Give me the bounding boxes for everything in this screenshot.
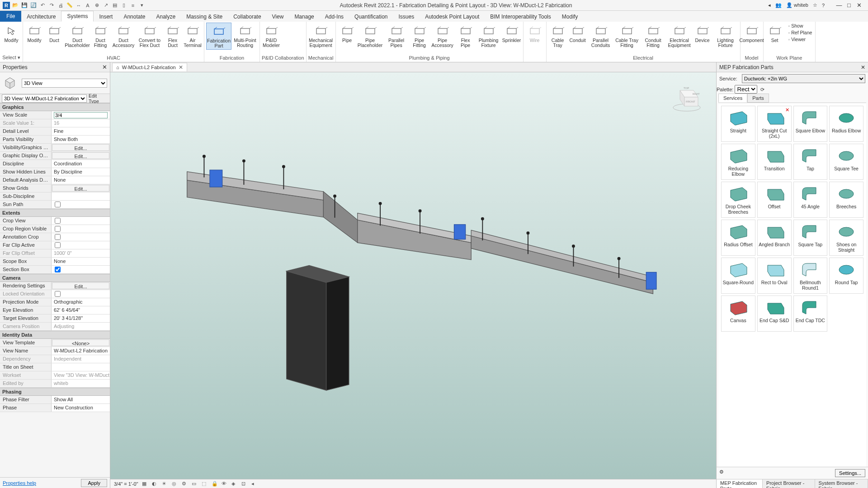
mep-config-icon[interactable]: ⚙: [719, 469, 724, 477]
tab-architecture[interactable]: Architecture: [21, 12, 61, 22]
dim-icon[interactable]: ⊕: [93, 2, 100, 9]
prop-value[interactable]: 62' 6 45/64": [52, 306, 110, 314]
viewer-button[interactable]: ▫ Viewer: [787, 36, 814, 42]
vc-shadows-icon[interactable]: ◎: [172, 481, 178, 487]
prop-checkbox[interactable]: [55, 218, 61, 224]
print-icon[interactable]: 🖨: [57, 2, 64, 9]
prop-value[interactable]: [52, 266, 110, 273]
part-angled-branch[interactable]: Angled Branch: [757, 220, 792, 256]
open-icon[interactable]: 📂: [12, 2, 19, 9]
prop-value[interactable]: Fine: [52, 127, 110, 135]
vc-render-icon[interactable]: ⚙: [182, 481, 188, 487]
mep-settings-button[interactable]: Settings...: [835, 469, 865, 477]
vc-temp-hide-icon[interactable]: 👁: [222, 481, 228, 487]
part-drop-cheek[interactable]: Drop Cheek Breeches: [721, 182, 755, 218]
prop-value[interactable]: None: [52, 258, 110, 265]
default3d-icon[interactable]: ▤: [111, 2, 118, 9]
prop-value[interactable]: [52, 241, 110, 249]
part-transition[interactable]: Transition: [757, 144, 792, 180]
part-straight-cut[interactable]: ✕Straight Cut (2xL): [757, 106, 792, 142]
part-end-cap-sd[interactable]: End Cap S&D: [757, 296, 792, 332]
maximize-button[interactable]: □: [844, 2, 854, 9]
bottom-tab-mep[interactable]: MEP Fabrication Parts: [717, 479, 763, 488]
part-canvas[interactable]: Canvas: [721, 296, 755, 332]
pipe-fitting-button[interactable]: PipeFitting: [410, 23, 429, 49]
conduit-fitting-button[interactable]: ConduitFitting: [641, 23, 666, 49]
vc-lock-icon[interactable]: 🔒: [212, 481, 218, 487]
prop-value[interactable]: [52, 217, 110, 225]
prop-value[interactable]: [52, 290, 110, 298]
vc-visual-style-icon[interactable]: ◐: [152, 481, 158, 487]
view-instance-select[interactable]: 3D View: W-MDuct-L2 Fabrication: [2, 94, 87, 103]
help-icon[interactable]: ?: [822, 3, 825, 8]
tab-bim-tools[interactable]: BIM Interoperability Tools: [485, 12, 557, 22]
tab-systems[interactable]: Systems: [61, 11, 94, 22]
part-rect-to-oval[interactable]: Rect to Oval: [757, 258, 792, 294]
part-round-tap[interactable]: Round Tap: [829, 258, 863, 294]
part-shoes-on-straight[interactable]: Shoes on Straight: [829, 220, 863, 256]
part-radius-elbow[interactable]: Radius Elbow: [829, 106, 863, 142]
undo-icon[interactable]: ↶: [39, 2, 46, 9]
duct-fitting-button[interactable]: DuctFitting: [91, 23, 110, 49]
pipe-button[interactable]: Pipe: [338, 23, 357, 44]
prop-value[interactable]: Show All: [52, 396, 110, 404]
bottom-tab-system-browser[interactable]: System Browser - Fabric...: [815, 479, 868, 488]
prop-value[interactable]: New Construction: [52, 404, 110, 412]
prop-checkbox[interactable]: [55, 234, 61, 240]
prop-value[interactable]: [52, 363, 110, 371]
parallel-pipes-button[interactable]: ParallelPipes: [384, 23, 409, 49]
part-radius-offset[interactable]: Radius Offset: [721, 220, 755, 256]
cable-tray-button[interactable]: CableTray: [548, 23, 567, 49]
close-button[interactable]: ✕: [854, 2, 863, 9]
sprinkler-button[interactable]: Sprinkler: [502, 23, 521, 44]
thin-lines-icon[interactable]: ≡: [129, 2, 137, 9]
duct-accessory-button[interactable]: DuctAccessory: [111, 23, 136, 49]
part-tap[interactable]: Tap: [793, 144, 828, 180]
viewcube[interactable]: TOP FRONT RIGHT: [671, 81, 703, 113]
service-select[interactable]: Ductwork: +2in WG: [742, 74, 865, 83]
fabrication-part-button[interactable]: FabricationPart: [206, 23, 231, 50]
palette-select[interactable]: Rect: [735, 85, 757, 94]
minimize-button[interactable]: —: [835, 2, 844, 9]
tab-view[interactable]: View: [267, 12, 289, 22]
tab-point-layout[interactable]: Autodesk Point Layout: [420, 12, 485, 22]
close-inactive-icon[interactable]: ▾: [138, 2, 146, 9]
prop-input[interactable]: [54, 112, 108, 118]
tab-file[interactable]: File: [0, 11, 21, 22]
vc-detail-icon[interactable]: ▦: [142, 481, 148, 487]
multi-point-routing-button[interactable]: Multi-PointRouting: [232, 23, 258, 49]
mep-tab-services[interactable]: Services: [718, 94, 747, 103]
section-icon[interactable]: ▯: [120, 2, 127, 9]
part-reducing-elbow[interactable]: Reducing Elbow: [721, 144, 755, 180]
prop-value[interactable]: 1000' 0": [52, 249, 110, 257]
part-square-tap[interactable]: Square Tap: [793, 220, 828, 256]
properties-close-icon[interactable]: ✕: [102, 64, 107, 70]
show-button[interactable]: ▫ Show: [787, 23, 814, 29]
prop-value[interactable]: Edit...: [52, 152, 109, 159]
prop-checkbox[interactable]: [55, 202, 61, 207]
prop-value[interactable]: By Discipline: [52, 168, 110, 176]
view-tab[interactable]: ⌂ W-MDuct-L2 Fabrication ✕: [112, 63, 187, 71]
user-name[interactable]: 👤 whiteb: [786, 2, 808, 8]
favorites-icon[interactable]: ☆: [813, 2, 817, 8]
part-square-round[interactable]: Square-Round: [721, 258, 755, 294]
tab-annotate[interactable]: Annotate: [118, 12, 151, 22]
ref-plane-button[interactable]: ▫ Ref Plane: [787, 29, 814, 36]
sync-icon[interactable]: 🔄: [30, 2, 37, 9]
part-bellmouth[interactable]: Bellmouth Round1: [793, 258, 828, 294]
set-button[interactable]: Set: [765, 23, 784, 44]
modify-arrow[interactable]: Modify: [2, 23, 21, 44]
prop-value[interactable]: [52, 233, 110, 241]
save-icon[interactable]: 💾: [21, 2, 28, 9]
prop-checkbox[interactable]: [55, 291, 61, 297]
part-straight[interactable]: Straight: [721, 106, 755, 142]
edit-type-button[interactable]: Edit Type: [87, 93, 108, 104]
conduit-button[interactable]: Conduit: [568, 23, 587, 44]
electrical-equipment-button[interactable]: ElectricalEquipment: [667, 23, 692, 49]
prop-value[interactable]: Edit...: [52, 144, 109, 151]
prop-value[interactable]: [52, 192, 110, 200]
prop-checkbox[interactable]: [55, 267, 61, 272]
tab-insert[interactable]: Insert: [94, 12, 118, 22]
tab-modify[interactable]: Modify: [557, 12, 583, 22]
prop-value[interactable]: W-MDuct-L2 Fabrication: [52, 347, 110, 355]
